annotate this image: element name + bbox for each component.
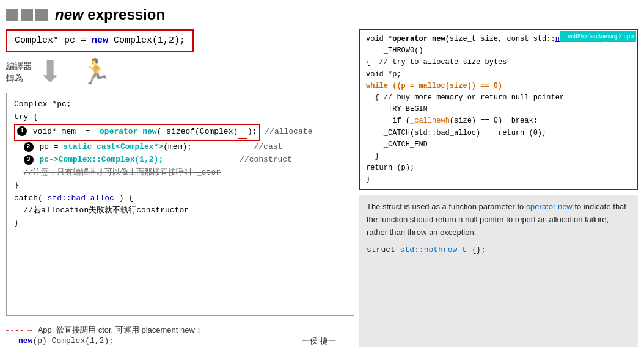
compiler-label: 編譯器 轉為 <box>6 60 32 84</box>
bottom-note-text: App. 欲直接調用 ctor, 可運用 placement new： <box>38 325 203 334</box>
compiler-line1: 編譯器 <box>6 60 32 73</box>
complex-ctor-text: pc->Complex::Complex(1,2); <box>39 155 163 164</box>
header: new expression <box>6 6 638 23</box>
comment-1: //allocate <box>265 127 312 136</box>
struct-line: struct std::nothrow_t {}; <box>367 244 631 257</box>
popup-line-11: } <box>366 151 631 162</box>
circle-3: 3 <box>24 155 34 165</box>
top-code-box: Complex* pc = new Complex(1,2); <box>6 29 354 54</box>
nothrow-link: std::nothrow_t <box>400 245 467 254</box>
header-icons <box>6 9 48 21</box>
down-arrow-icon: ⬇ <box>38 57 62 87</box>
code-line-4: 2 pc = static_cast<Complex*>(mem); //cas… <box>14 141 346 154</box>
lower-code-block: Complex *pc; try { 1 void* mem = operato… <box>6 93 354 316</box>
comment-3: //construct <box>240 155 292 164</box>
bottom-arrow-icon: - - - - → <box>6 325 34 334</box>
signature: 一侯 捷一 <box>302 336 336 347</box>
page-title: new expression <box>55 6 165 23</box>
icon-box-2 <box>21 9 33 21</box>
highlighted-line: 1 void* mem = operator new( sizeof(Compl… <box>14 124 260 142</box>
arrow-section: 編譯器 轉為 ⬇ 🏃 <box>6 60 354 87</box>
code-line-2: try { <box>14 111 346 124</box>
circle-2: 2 <box>24 142 34 152</box>
code-line-9: //若allocation失敗就不執行constructor <box>14 204 346 217</box>
popup-line-5: while ((p = malloc(size)) == 0) <box>366 81 631 92</box>
code-line-1: Complex *pc; <box>14 98 346 111</box>
code-line-8: catch( std::bad_alloc ) { <box>14 192 346 205</box>
code-line-6: //注意：只有編譯器才可以像上面那樣直接呼叫 _ctor <box>14 167 346 179</box>
operator-new-bold: operator new <box>392 35 445 43</box>
popup-line-3: { // try to allocate size bytes <box>366 57 631 68</box>
popup-line-9: _CATCH(std::bad_alloc) return (0); <box>366 128 631 139</box>
icon-box-1 <box>6 9 18 21</box>
left-panel: Complex* pc = new Complex(1,2); 編譯器 轉為 ⬇… <box>6 29 354 347</box>
code-popup: ...vc98\crt\src\newop2.cpp void *operato… <box>359 29 638 190</box>
stick-figure-icon: 🏃 <box>81 57 111 86</box>
desc-box: The struct is used as a function paramet… <box>359 195 638 347</box>
code-line-5: 3 pc->Complex::Complex(1,2); //construct <box>14 154 346 167</box>
page: new expression Complex* pc = new Complex… <box>0 0 644 357</box>
comment-2: //cast <box>254 142 282 151</box>
desc-text-1: The struct is used as a function paramet… <box>367 202 524 211</box>
popup-line-6: { // buy more memory or return null poin… <box>366 92 631 104</box>
popup-line-10: _CATCH_END <box>366 139 631 151</box>
popup-line-8: if (_callnewh(size) == 0) break; <box>366 115 631 127</box>
new-keyword-2: new <box>18 336 32 345</box>
operator-new-link: operator new <box>526 202 573 211</box>
circle-1: 1 <box>17 126 27 136</box>
code-line-7: } <box>14 179 346 192</box>
bottom-note: - - - - → App. 欲直接調用 ctor, 可運用 placement… <box>6 322 354 347</box>
popup-line-2: _THROW0() <box>366 45 631 57</box>
popup-line-13: } <box>366 174 631 186</box>
popup-line-4: void *p; <box>366 69 631 81</box>
file-tag: ...vc98\crt\src\newop2.cpp <box>560 31 636 42</box>
new-keyword: new <box>92 35 108 46</box>
static-cast-text: static_cast<Complex*> <box>63 142 163 151</box>
right-panel: ...vc98\crt\src\newop2.cpp void *operato… <box>359 29 638 347</box>
popup-line-12: return (p); <box>366 162 631 174</box>
underline-bracket <box>238 126 247 140</box>
code-line-3: 1 void* mem = operator new( sizeof(Compl… <box>14 124 346 142</box>
operator-new-keyword: operator new <box>100 127 157 136</box>
bad-alloc-text: std::bad_alloc <box>48 193 114 203</box>
main-layout: Complex* pc = new Complex(1,2); 編譯器 轉為 ⬇… <box>6 29 638 347</box>
compiler-line2: 轉為 <box>6 73 32 85</box>
popup-line-7: _TRY_BEGIN <box>366 104 631 115</box>
top-code-line: Complex* pc = new Complex(1,2); <box>6 29 194 52</box>
callnewh-keyword: _callnewh <box>410 117 450 125</box>
bottom-note-code: new(p) Complex(1,2); <box>18 336 114 345</box>
malloc-keyword: malloc <box>419 82 445 90</box>
code-line-10: } <box>14 217 346 230</box>
strikethrough-comment: //注意：只有編譯器才可以像上面那樣直接呼叫 _ctor <box>24 168 221 177</box>
top-code-text: Complex* pc = new Complex(1,2); <box>15 35 185 46</box>
icon-box-3 <box>35 9 48 21</box>
